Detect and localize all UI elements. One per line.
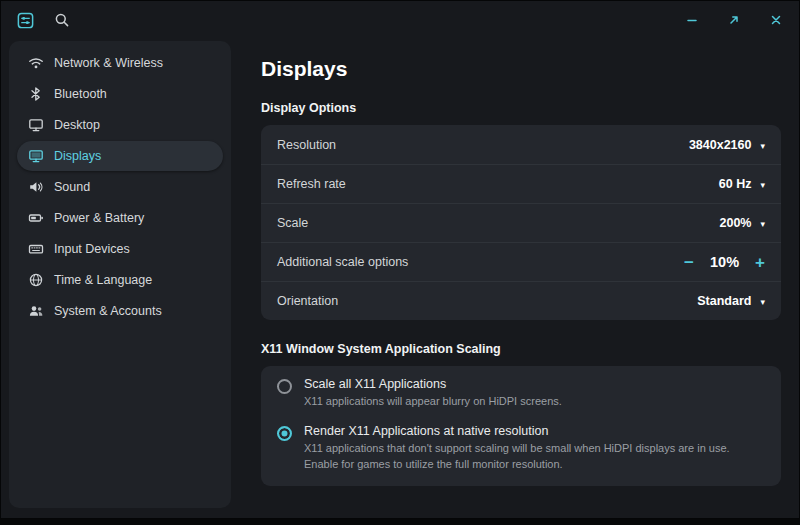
- minimize-button[interactable]: [685, 13, 699, 27]
- search-icon[interactable]: [54, 12, 70, 28]
- sidebar-item-label: Power & Battery: [54, 211, 144, 225]
- sidebar-item-label: Time & Language: [54, 273, 152, 287]
- bluetooth-icon: [28, 86, 44, 102]
- titlebar: [1, 1, 799, 39]
- resolution-dropdown[interactable]: 3840x2160 ▾: [689, 138, 765, 152]
- desktop-icon: [28, 117, 44, 133]
- row-label: Orientation: [277, 294, 338, 308]
- main-content: Displays Display Options Resolution 3840…: [231, 39, 799, 518]
- radio-unselected-icon[interactable]: [277, 379, 292, 394]
- sidebar-item-time-language[interactable]: Time & Language: [17, 265, 223, 295]
- sidebar-item-label: Input Devices: [54, 242, 130, 256]
- orientation-dropdown[interactable]: Standard ▾: [697, 294, 765, 308]
- chevron-down-icon: ▾: [760, 141, 765, 151]
- sidebar-item-label: Desktop: [54, 118, 100, 132]
- window-controls: [685, 13, 783, 27]
- sidebar-item-label: Bluetooth: [54, 87, 107, 101]
- row-label: Refresh rate: [277, 177, 346, 191]
- close-button[interactable]: [769, 13, 783, 27]
- dropdown-value: Standard: [697, 294, 751, 308]
- sidebar-item-label: Sound: [54, 180, 90, 194]
- input-devices-icon: [28, 241, 44, 257]
- network-wireless-icon: [28, 55, 44, 71]
- decrease-scale-button[interactable]: −: [684, 254, 694, 271]
- app-body: Network & Wireless Bluetooth Deskto: [1, 39, 799, 518]
- sidebar-item-displays[interactable]: Displays: [17, 141, 223, 171]
- sidebar-item-desktop[interactable]: Desktop: [17, 110, 223, 140]
- sidebar-item-power-battery[interactable]: Power & Battery: [17, 203, 223, 233]
- maximize-button[interactable]: [727, 13, 741, 27]
- setting-row-scale[interactable]: Scale 200% ▾: [261, 203, 781, 242]
- sidebar-item-input-devices[interactable]: Input Devices: [17, 234, 223, 264]
- increase-scale-button[interactable]: +: [755, 254, 765, 271]
- row-label: Resolution: [277, 138, 336, 152]
- dropdown-value: 200%: [719, 216, 751, 230]
- option-description: X11 applications will appear blurry on H…: [304, 394, 562, 410]
- row-label: Scale: [277, 216, 308, 230]
- setting-row-orientation[interactable]: Orientation Standard ▾: [261, 281, 781, 320]
- row-label: Additional scale options: [277, 255, 408, 269]
- displays-icon: [28, 148, 44, 164]
- dropdown-value: 60 Hz: [719, 177, 752, 191]
- setting-row-resolution[interactable]: Resolution 3840x2160 ▾: [261, 125, 781, 164]
- system-accounts-icon: [28, 303, 44, 319]
- setting-row-additional-scale: Additional scale options − 10% +: [261, 242, 781, 281]
- chevron-down-icon: ▾: [760, 297, 765, 307]
- option-title: Render X11 Applications at native resolu…: [304, 424, 765, 438]
- sidebar-item-sound[interactable]: Sound: [17, 172, 223, 202]
- sound-icon: [28, 179, 44, 195]
- sidebar: Network & Wireless Bluetooth Deskto: [9, 41, 231, 508]
- option-title: Scale all X11 Applications: [304, 377, 562, 391]
- setting-row-refresh-rate[interactable]: Refresh rate 60 Hz ▾: [261, 164, 781, 203]
- sidebar-item-label: Network & Wireless: [54, 56, 163, 70]
- option-text: Scale all X11 Applications X11 applicati…: [304, 377, 562, 410]
- sidebar-item-bluetooth[interactable]: Bluetooth: [17, 79, 223, 109]
- radio-selected-icon[interactable]: [277, 426, 292, 441]
- chevron-down-icon: ▾: [760, 180, 765, 190]
- power-battery-icon: [28, 210, 44, 226]
- chevron-down-icon: ▾: [760, 219, 765, 229]
- radio-option-native-resolution[interactable]: Render X11 Applications at native resolu…: [261, 419, 781, 486]
- sidebar-item-label: System & Accounts: [54, 304, 162, 318]
- option-description: X11 applications that don't support scal…: [304, 441, 765, 473]
- section-heading-display-options: Display Options: [261, 101, 781, 115]
- settings-window: Network & Wireless Bluetooth Deskto: [0, 0, 800, 519]
- dropdown-value: 3840x2160: [689, 138, 752, 152]
- sidebar-item-network-wireless[interactable]: Network & Wireless: [17, 48, 223, 78]
- option-text: Render X11 Applications at native resolu…: [304, 424, 765, 473]
- titlebar-left: [17, 12, 70, 29]
- page-title: Displays: [261, 57, 781, 81]
- sidebar-item-label: Displays: [54, 149, 101, 163]
- refresh-rate-dropdown[interactable]: 60 Hz ▾: [719, 177, 765, 191]
- x11-scaling-card: Scale all X11 Applications X11 applicati…: [261, 366, 781, 486]
- sidebar-item-system-accounts[interactable]: System & Accounts: [17, 296, 223, 326]
- section-heading-x11-scaling: X11 Window System Application Scaling: [261, 342, 781, 356]
- display-options-card: Resolution 3840x2160 ▾ Refresh rate 60 H…: [261, 125, 781, 320]
- scale-dropdown[interactable]: 200% ▾: [719, 216, 765, 230]
- time-language-icon: [28, 272, 44, 288]
- scale-stepper: − 10% +: [684, 254, 765, 271]
- stepper-value: 10%: [710, 254, 739, 270]
- radio-option-scale-all-x11[interactable]: Scale all X11 Applications X11 applicati…: [261, 366, 781, 419]
- app-icon: [17, 12, 34, 29]
